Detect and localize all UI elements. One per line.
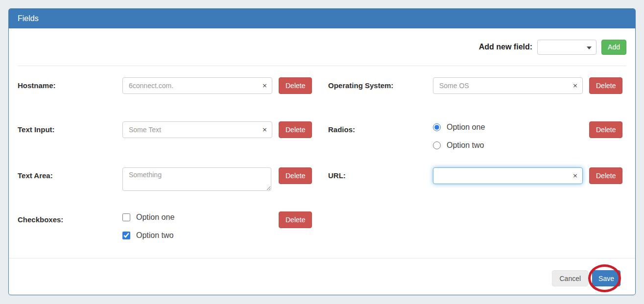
hostname-control: × <box>122 77 272 94</box>
panel-header: Fields <box>9 9 635 28</box>
checkbox-one-label: Option one <box>136 213 174 222</box>
checkbox-two-label: Option two <box>136 231 173 240</box>
clear-icon[interactable]: × <box>262 82 267 90</box>
clear-icon[interactable]: × <box>572 172 578 180</box>
checkboxes-label: Checkboxes: <box>18 211 122 224</box>
checkbox-group: Option one Option two <box>122 211 272 249</box>
fields-grid: Hostname: × Delete Text Input: × Delete <box>18 66 626 256</box>
operating-system-label: Operating System: <box>328 77 433 90</box>
operating-system-row: Operating System: × Delete <box>328 77 626 121</box>
hostname-input[interactable] <box>122 77 272 94</box>
save-button[interactable]: Save <box>592 270 620 286</box>
text-input-delete-button[interactable]: Delete <box>279 121 312 138</box>
url-input[interactable] <box>433 167 583 184</box>
checkbox-two-input[interactable] <box>122 232 130 239</box>
right-column: Operating System: × Delete Radios: Optio… <box>328 77 626 256</box>
text-input-field[interactable] <box>122 121 272 138</box>
radios-label: Radios: <box>328 121 433 134</box>
checkbox-option-two[interactable]: Option two <box>122 231 272 240</box>
text-area-field[interactable]: Something <box>122 167 271 191</box>
panel-title: Fields <box>18 14 39 23</box>
checkboxes-delete-button[interactable]: Delete <box>279 211 312 228</box>
text-area-row: Text Area: Something Delete <box>18 167 316 211</box>
text-area-label: Text Area: <box>18 167 122 180</box>
radio-one-label: Option one <box>447 123 485 132</box>
add-field-select[interactable] <box>537 40 596 55</box>
text-input-control: × <box>122 121 272 138</box>
url-label: URL: <box>328 167 433 180</box>
radio-two-input[interactable] <box>433 141 441 149</box>
cancel-button[interactable]: Cancel <box>552 270 588 286</box>
radios-row: Radios: Option one Option two Delete <box>328 121 626 167</box>
url-delete-button[interactable]: Delete <box>589 167 622 184</box>
operating-system-input[interactable] <box>433 77 583 94</box>
fields-panel: Fields Add new field: Add Hostname: × <box>8 8 636 295</box>
url-control: × <box>433 167 583 184</box>
text-input-row: Text Input: × Delete <box>18 121 316 167</box>
clear-icon[interactable]: × <box>262 126 267 134</box>
save-button-wrapper: Save <box>592 270 620 286</box>
operating-system-control: × <box>433 77 583 94</box>
text-area-delete-button[interactable]: Delete <box>279 167 312 184</box>
hostname-row: Hostname: × Delete <box>18 77 316 121</box>
radios-delete-button[interactable]: Delete <box>589 121 622 138</box>
chevron-down-icon <box>587 47 592 49</box>
radio-group: Option one Option two <box>433 121 583 159</box>
radio-option-one[interactable]: Option one <box>433 123 583 132</box>
add-button[interactable]: Add <box>601 40 626 55</box>
add-new-field-row: Add new field: Add <box>18 28 626 66</box>
clear-icon[interactable]: × <box>572 82 578 90</box>
panel-body: Add new field: Add Hostname: × Delete <box>9 28 635 258</box>
operating-system-delete-button[interactable]: Delete <box>589 77 622 94</box>
radio-two-label: Option two <box>447 141 484 150</box>
radio-one-input[interactable] <box>433 123 441 131</box>
hostname-delete-button[interactable]: Delete <box>279 77 312 94</box>
panel-footer: Cancel Save <box>9 258 635 295</box>
hostname-label: Hostname: <box>18 77 122 90</box>
left-column: Hostname: × Delete Text Input: × Delete <box>18 77 316 256</box>
add-new-field-label: Add new field: <box>479 43 532 51</box>
checkbox-option-one[interactable]: Option one <box>122 213 272 222</box>
checkboxes-row: Checkboxes: Option one Option two Delete <box>18 211 316 256</box>
text-input-label: Text Input: <box>18 121 122 134</box>
radio-option-two[interactable]: Option two <box>433 141 583 150</box>
text-area-control: Something <box>122 167 272 193</box>
checkbox-one-input[interactable] <box>122 213 130 221</box>
url-row: URL: × Delete <box>328 167 626 211</box>
